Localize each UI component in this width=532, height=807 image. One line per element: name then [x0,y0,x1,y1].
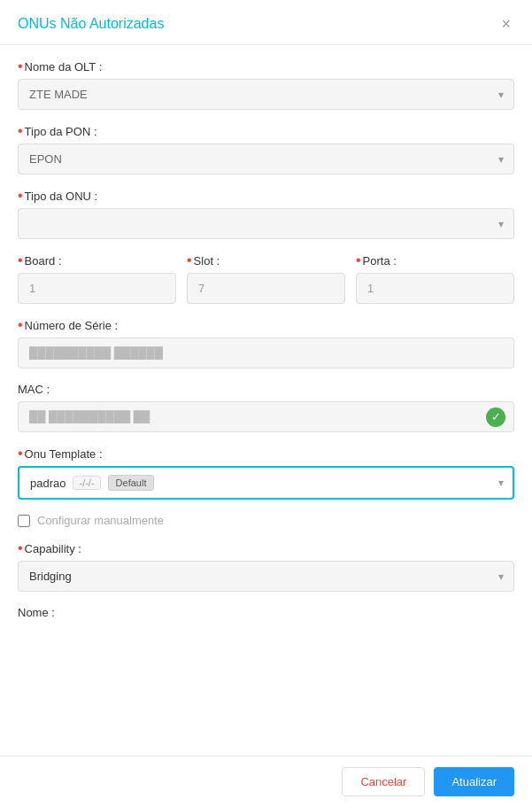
onu-template-badge: Default [108,475,155,491]
porta-group: • Porta : [356,253,514,304]
porta-input[interactable] [356,273,514,304]
pon-type-group: • Tipo da PON : EPON GPON ▾ [18,124,514,175]
olt-name-select-wrapper: ZTE MADE ▾ [18,79,514,110]
onu-template-label: • Onu Template : [18,446,514,461]
slot-label: • Slot : [187,253,345,268]
pon-type-select-wrapper: EPON GPON ▾ [18,144,514,175]
onu-type-group: • Tipo da ONU : ▾ [18,189,514,239]
mac-label: MAC : [18,383,514,396]
required-indicator: • [18,318,23,332]
modal-header: ONUs Não Autorizadas × [0,0,532,45]
onu-template-tag: -/-/- [73,476,100,490]
required-indicator: • [356,253,361,268]
mac-input[interactable] [18,401,514,432]
configure-manually-checkbox[interactable] [18,515,30,527]
required-indicator: • [18,253,23,268]
close-button[interactable]: × [497,14,514,34]
pon-type-label: • Tipo da PON : [18,124,514,138]
modal-footer: Cancelar Atualizar [0,756,532,807]
onu-template-name: padrao [30,477,66,490]
required-indicator: • [18,124,23,138]
mac-valid-icon: ✓ [486,407,505,427]
modal-body: • Nome da OLT : ZTE MADE ▾ • Tipo da PON… [0,45,532,756]
board-slot-porta-row: • Board : • Slot : • Porta : [18,253,514,318]
pon-type-select[interactable]: EPON GPON [18,144,514,175]
onu-template-display[interactable]: padrao -/-/- Default [18,466,514,500]
board-input[interactable] [18,273,176,304]
board-label: • Board : [18,253,176,268]
onu-type-select[interactable] [18,208,514,239]
onu-template-select-wrapper[interactable]: padrao -/-/- Default ▾ [18,466,514,500]
slot-group: • Slot : [187,253,345,304]
cancel-button[interactable]: Cancelar [342,767,425,796]
slot-input[interactable] [187,273,345,304]
configure-manually-label: Configurar manualmente [37,514,164,527]
mac-input-wrapper: ✓ [18,401,514,432]
serial-group: • Número de Série : [18,318,514,369]
onu-type-label: • Tipo da ONU : [18,189,514,203]
capability-select-wrapper: Bridging Routing ▾ [18,561,514,592]
nome-group: Nome : [18,606,514,619]
update-button[interactable]: Atualizar [434,767,514,796]
serial-label: • Número de Série : [18,318,514,332]
capability-group: • Capability : Bridging Routing ▾ [18,541,514,592]
configure-manually-row: Configurar manualmente [18,514,514,527]
required-indicator: • [18,446,23,461]
olt-name-select[interactable]: ZTE MADE [18,79,514,110]
board-group: • Board : [18,253,176,304]
required-indicator: • [18,59,23,74]
modal-title: ONUs Não Autorizadas [18,16,164,32]
nome-label: Nome : [18,606,514,619]
onu-type-select-wrapper: ▾ [18,208,514,239]
modal: ONUs Não Autorizadas × • Nome da OLT : Z… [0,0,532,807]
olt-name-label: • Nome da OLT : [18,59,514,74]
onu-template-group: • Onu Template : padrao -/-/- Default ▾ [18,446,514,500]
olt-name-group: • Nome da OLT : ZTE MADE ▾ [18,59,514,110]
capability-label: • Capability : [18,541,514,555]
required-indicator: • [18,541,23,555]
required-indicator: • [187,253,192,268]
porta-label: • Porta : [356,253,514,268]
serial-input[interactable] [18,338,514,369]
required-indicator: • [18,189,23,203]
capability-select[interactable]: Bridging Routing [18,561,514,592]
mac-group: MAC : ✓ [18,383,514,432]
